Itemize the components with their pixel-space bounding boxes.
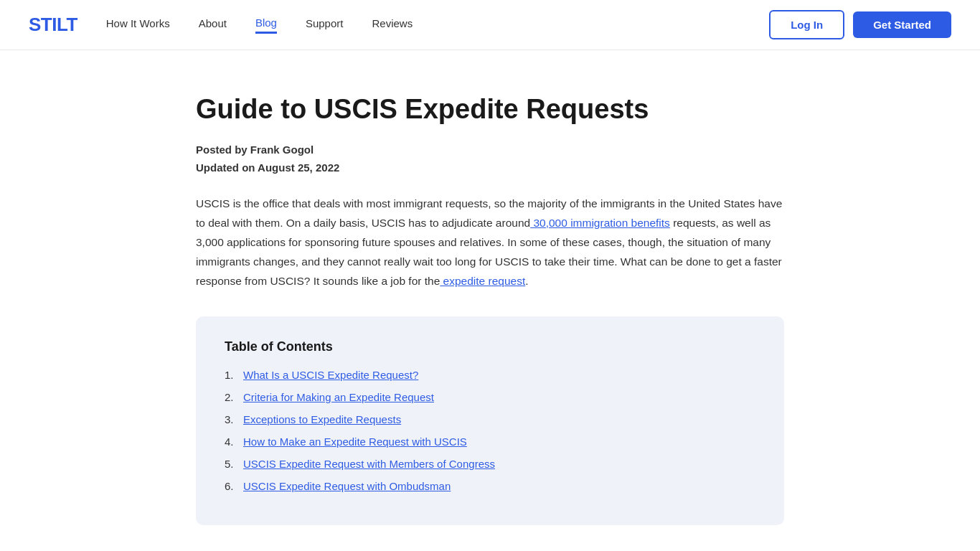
article-updated: Updated on August 25, 2022 bbox=[196, 161, 784, 174]
table-of-contents: Table of Contents 1.What Is a USCIS Expe… bbox=[196, 316, 784, 525]
toc-title: Table of Contents bbox=[225, 339, 755, 354]
toc-link-6[interactable]: USCIS Expedite Request with Ombudsman bbox=[243, 480, 451, 492]
intro-link-expedite-request[interactable]: expedite request bbox=[440, 275, 525, 287]
toc-item-number: 5. bbox=[225, 458, 237, 470]
intro-text-3: . bbox=[525, 275, 528, 287]
toc-item-number: 1. bbox=[225, 369, 237, 381]
nav-left: STILT How It Works About Blog Support Re… bbox=[29, 14, 413, 36]
toc-item: 1.What Is a USCIS Expedite Request? bbox=[225, 369, 755, 381]
toc-link-2[interactable]: Criteria for Making an Expedite Request bbox=[243, 391, 434, 403]
toc-item-number: 6. bbox=[225, 480, 237, 492]
toc-item: 6.USCIS Expedite Request with Ombudsman bbox=[225, 480, 755, 492]
toc-link-4[interactable]: How to Make an Expedite Request with USC… bbox=[243, 435, 467, 448]
toc-link-3[interactable]: Exceptions to Expedite Requests bbox=[243, 413, 401, 425]
login-button[interactable]: Log In bbox=[769, 10, 844, 39]
nav-link-how-it-works[interactable]: How It Works bbox=[106, 17, 170, 32]
toc-item: 2.Criteria for Making an Expedite Reques… bbox=[225, 391, 755, 403]
nav-link-blog[interactable]: Blog bbox=[255, 17, 277, 34]
nav-link-support[interactable]: Support bbox=[306, 17, 344, 32]
toc-item: 4.How to Make an Expedite Request with U… bbox=[225, 435, 755, 448]
site-logo[interactable]: STILT bbox=[29, 14, 77, 36]
get-started-button[interactable]: Get Started bbox=[853, 11, 951, 38]
nav-right: Log In Get Started bbox=[769, 10, 951, 39]
toc-item-number: 3. bbox=[225, 413, 237, 425]
main-nav: How It Works About Blog Support Reviews bbox=[106, 17, 413, 34]
nav-link-reviews[interactable]: Reviews bbox=[372, 17, 413, 32]
article-author: Posted by Frank Gogol bbox=[196, 143, 784, 156]
toc-item-number: 4. bbox=[225, 435, 237, 448]
toc-item-number: 2. bbox=[225, 391, 237, 403]
toc-item: 3.Exceptions to Expedite Requests bbox=[225, 413, 755, 425]
toc-link-1[interactable]: What Is a USCIS Expedite Request? bbox=[243, 369, 418, 381]
intro-link-immigration-benefits[interactable]: 30,000 immigration benefits bbox=[530, 217, 670, 229]
nav-link-about[interactable]: About bbox=[199, 17, 227, 32]
toc-list: 1.What Is a USCIS Expedite Request?2.Cri… bbox=[225, 369, 755, 492]
toc-link-5[interactable]: USCIS Expedite Request with Members of C… bbox=[243, 458, 495, 470]
main-content: Guide to USCIS Expedite Requests Posted … bbox=[167, 50, 813, 551]
article-intro: USCIS is the office that deals with most… bbox=[196, 194, 784, 291]
article-title: Guide to USCIS Expedite Requests bbox=[196, 93, 784, 126]
site-header: STILT How It Works About Blog Support Re… bbox=[0, 0, 980, 50]
toc-item: 5.USCIS Expedite Request with Members of… bbox=[225, 458, 755, 470]
